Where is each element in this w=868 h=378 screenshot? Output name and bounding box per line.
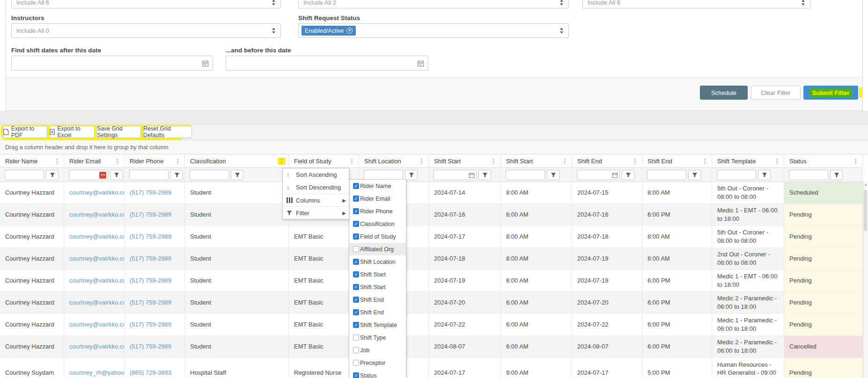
status-tag[interactable]: Enabled/Active ✕ [302, 26, 356, 36]
column-header-shift-template[interactable]: Shift Template⋮ [712, 154, 784, 168]
filter-input-shift-start[interactable] [506, 170, 545, 180]
filter-funnel-button[interactable] [547, 170, 559, 180]
column-menu-icon[interactable]: ⋮ [852, 158, 860, 165]
columns-submenu-item-shift-start[interactable]: ✓Shift Start [349, 268, 406, 281]
checkbox-checked-icon[interactable]: ✓ [353, 297, 359, 303]
column-header-rider-name[interactable]: Rider Name⋮ [0, 154, 64, 168]
menu-item-columns[interactable]: Columns▶ [283, 194, 349, 206]
columns-submenu-item-field-of-study[interactable]: ✓Field of Study [349, 230, 406, 243]
stepper-icon[interactable] [272, 28, 276, 34]
cell-email[interactable]: courtney@vairkko.com [64, 292, 125, 313]
filter-funnel-button[interactable] [231, 170, 243, 180]
calendar-icon[interactable] [417, 60, 424, 67]
columns-submenu-item-affiliated-org[interactable]: Affiliated Org [349, 243, 406, 255]
checkbox-unchecked-icon[interactable] [353, 347, 359, 353]
table-row[interactable]: Courtney Hazzardcourtney@vairkko.com(517… [0, 292, 863, 314]
filter-funnel-button[interactable] [622, 170, 634, 180]
filter-funnel-button[interactable] [46, 170, 59, 180]
columns-submenu-item-job[interactable]: Job [349, 344, 406, 356]
filter-funnel-button[interactable] [170, 170, 183, 180]
columns-submenu-item-shift-template[interactable]: ✓Shift Template [349, 319, 406, 331]
menu-item-filter[interactable]: Filter▶ [283, 206, 349, 219]
remove-tag-icon[interactable]: ✕ [346, 28, 353, 34]
columns-submenu-item-shift-location[interactable]: ✓Shift Location [349, 255, 406, 268]
cell-email[interactable]: courtney@vairkko.com [64, 204, 125, 225]
filter-input-classification[interactable] [190, 170, 229, 180]
filter-funnel-button[interactable] [758, 170, 771, 180]
column-header-rider-phone[interactable]: Rider Phone⋮ [125, 154, 185, 168]
stepper-icon[interactable] [559, 0, 564, 6]
cell-phone[interactable]: (517) 759-2989 [125, 292, 185, 313]
column-header-shift-end[interactable]: Shift End⋮ [642, 154, 712, 168]
columns-submenu-item-classification[interactable]: ✓Classification [349, 218, 406, 230]
checkbox-checked-icon[interactable]: ✓ [353, 259, 359, 265]
column-header-shift-end[interactable]: Shift End⋮ [572, 154, 642, 168]
column-header-rider-email[interactable]: Rider Email⋮ [64, 154, 125, 168]
date-after-input[interactable] [11, 56, 213, 71]
cell-email[interactable]: courtney@vairkko.com [64, 248, 125, 269]
column-menu-icon[interactable]: ⋮ [773, 158, 781, 165]
checkbox-checked-icon[interactable]: ✓ [353, 309, 359, 315]
column-menu-icon[interactable]: ⋮ [348, 158, 356, 165]
cell-email[interactable]: courtney@vairkko.com [64, 182, 125, 204]
checkbox-checked-icon[interactable]: ✓ [353, 196, 359, 202]
table-row[interactable]: Courtney Hazzardcourtney@vairkko.com(517… [0, 226, 863, 248]
filter-dropdown-1[interactable]: Include All 6 [11, 0, 281, 8]
checkbox-checked-icon[interactable]: ✓ [353, 284, 359, 290]
column-header-shift-start[interactable]: Shift Start⋮ [429, 154, 501, 168]
menu-item-sort-ascending[interactable]: ↑Sort Ascending [283, 168, 349, 181]
checkbox-checked-icon[interactable]: ✓ [353, 322, 359, 328]
checkbox-checked-icon[interactable]: ✓ [353, 372, 359, 378]
column-menu-icon[interactable]: ⋮ [490, 158, 498, 165]
filter-funnel-button[interactable] [478, 170, 491, 180]
cell-phone[interactable]: (865) 729-3893 [125, 358, 185, 378]
checkbox-checked-icon[interactable]: ✓ [353, 208, 359, 214]
column-header-field-of-study[interactable]: Field of Study⋮ [289, 154, 359, 168]
stepper-icon[interactable] [801, 0, 805, 6]
filter-input-status[interactable] [789, 170, 828, 180]
cell-email[interactable]: courtney@vairkko.com [64, 270, 125, 291]
filter-dropdown-2[interactable]: Include All 2 [298, 0, 569, 8]
filter-dropdown-3[interactable]: Include All 6 [582, 0, 810, 8]
export-excel-button[interactable]: Export to Excel [49, 126, 95, 138]
checkbox-checked-icon[interactable]: ✓ [353, 183, 359, 189]
columns-submenu-item-rider-name[interactable]: ✓Rider Name [349, 180, 406, 192]
checkbox-unchecked-icon[interactable] [353, 360, 359, 366]
table-row[interactable]: Courtney Hazzardcourtney@vairkko.com(517… [0, 204, 863, 226]
table-row[interactable]: Courtney Suydamcourtney_rh@yahoo.com(865… [0, 358, 863, 378]
column-menu-icon[interactable]: ⋮ [113, 158, 121, 165]
table-row[interactable]: Courtney Hazzardcourtney@vairkko.com(517… [0, 314, 863, 336]
column-header-shift-start[interactable]: Shift Start⋮ [501, 154, 572, 168]
group-by-bar[interactable]: Drag a column header and drop it here to… [0, 140, 868, 154]
filter-input-rider-phone[interactable] [129, 170, 169, 180]
filter-funnel-button[interactable] [688, 170, 701, 180]
save-grid-settings-button[interactable]: Save Grid Settings [96, 126, 141, 138]
cell-email[interactable]: courtney@vairkko.com [64, 336, 125, 357]
checkbox-checked-icon[interactable]: ✓ [353, 271, 359, 277]
column-menu-icon[interactable]: ⋮ [174, 158, 182, 165]
column-menu-icon[interactable]: ⋮ [701, 158, 709, 165]
column-menu-icon[interactable]: ⋮ [278, 158, 286, 165]
cell-phone[interactable]: (517) 759-2989 [125, 182, 185, 204]
checkbox-checked-icon[interactable]: ✓ [353, 233, 359, 240]
table-row[interactable]: Courtney Hazzardcourtney@vairkko.com(517… [0, 336, 863, 358]
columns-submenu-item-status[interactable]: ✓Status [349, 369, 406, 378]
clear-filter-button[interactable]: Clear Filter [751, 86, 801, 100]
column-header-status[interactable]: Status⋮ [784, 154, 863, 168]
submit-filter-button[interactable]: Submit Filter [803, 86, 858, 100]
checkbox-unchecked-icon[interactable] [353, 334, 359, 341]
schedule-button[interactable]: Schedule [700, 86, 748, 100]
cell-phone[interactable]: (517) 759-2989 [125, 270, 185, 291]
columns-submenu-item-shift-end[interactable]: ✓Shift End [349, 306, 406, 319]
filter-input-shift-end[interactable] [577, 170, 620, 180]
export-pdf-button[interactable]: Export to PDF [3, 126, 47, 138]
stepper-icon[interactable] [272, 0, 276, 6]
cell-phone[interactable]: (517) 759-2989 [125, 248, 185, 269]
cell-phone[interactable]: (517) 759-2989 [125, 314, 185, 335]
filter-input-shift-location[interactable] [364, 170, 403, 180]
columns-submenu-item-preceptor[interactable]: Preceptor [349, 356, 406, 369]
column-menu-icon[interactable]: ⋮ [561, 158, 569, 165]
filter-input-shift-start[interactable] [434, 170, 477, 180]
cell-email[interactable]: courtney@vairkko.com [64, 226, 125, 247]
filter-input-rider-email[interactable]: ⋯ [69, 170, 108, 180]
